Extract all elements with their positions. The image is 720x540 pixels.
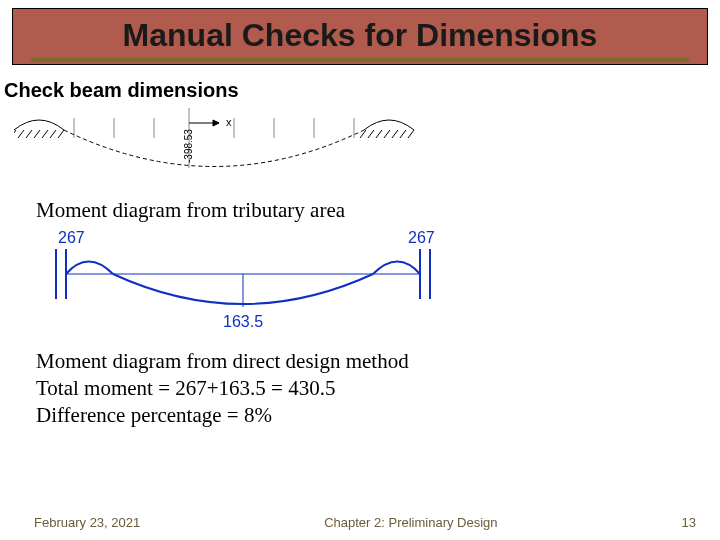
slide-footer: February 23, 2021 Chapter 2: Preliminary… (0, 515, 720, 530)
total-moment-line: Total moment = 267+163.5 = 430.5 (36, 376, 720, 401)
svg-line-1 (18, 130, 24, 138)
svg-line-13 (408, 130, 414, 138)
svg-line-3 (34, 130, 40, 138)
svg-line-12 (400, 130, 406, 138)
slide-title: Manual Checks for Dimensions (13, 17, 707, 54)
svg-line-9 (376, 130, 382, 138)
footer-page: 13 (682, 515, 696, 530)
section-subheading: Check beam dimensions (4, 79, 720, 102)
caption-direct: Moment diagram from direct design method (36, 349, 720, 374)
svg-line-6 (58, 130, 64, 138)
axis-x-label: x (226, 116, 232, 128)
svg-line-2 (26, 130, 32, 138)
slide-title-bar: Manual Checks for Dimensions (12, 8, 708, 65)
support-right-value: 267 (408, 229, 435, 246)
moment-diagram-direct: 267 267 163.5 (28, 229, 458, 339)
midspan-value-2: 163.5 (223, 313, 263, 330)
support-left-value: 267 (58, 229, 85, 246)
footer-chapter: Chapter 2: Preliminary Design (140, 515, 681, 530)
footer-date: February 23, 2021 (34, 515, 140, 530)
difference-line: Difference percentage = 8% (36, 403, 720, 428)
svg-line-0 (14, 130, 16, 138)
svg-line-8 (368, 130, 374, 138)
midspan-value-1: -398.53 (183, 129, 194, 163)
svg-line-4 (42, 130, 48, 138)
caption-tributary: Moment diagram from tributary area (36, 198, 720, 223)
svg-line-5 (50, 130, 56, 138)
svg-line-11 (392, 130, 398, 138)
svg-line-10 (384, 130, 390, 138)
svg-marker-23 (213, 120, 219, 126)
title-underline (31, 58, 689, 62)
moment-diagram-tributary: x -398.53 (14, 108, 414, 188)
